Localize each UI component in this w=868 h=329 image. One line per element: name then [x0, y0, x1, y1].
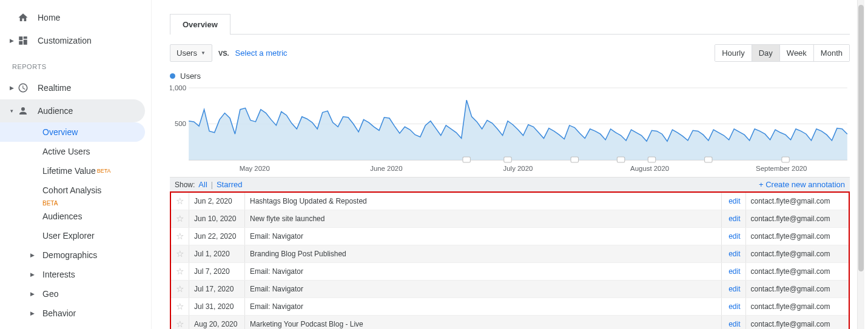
svg-rect-13 — [617, 157, 624, 162]
person-icon — [17, 105, 29, 117]
scrollbar-thumb[interactable] — [858, 5, 864, 271]
sidebar-item-audience[interactable]: ▾ Audience — [0, 99, 145, 122]
star-icon[interactable]: ☆ — [176, 231, 184, 241]
sidebar: Home ▶ Customization REPORTS ▶ Realtime … — [0, 0, 152, 329]
svg-text:August 2020: August 2020 — [630, 165, 669, 172]
annotation-row: ☆Jun 22, 2020Email: Navigatoreditcontact… — [171, 228, 849, 245]
sidebar-subitem-label: Audiences — [42, 211, 82, 221]
annotation-date: Jun 2, 2020 — [189, 193, 245, 210]
sidebar-subitem[interactable]: User Explorer — [42, 226, 151, 245]
series-name: Users — [180, 71, 201, 81]
annotation-author: contact.flyte@gmail.com — [745, 228, 849, 245]
tab-overview[interactable]: Overview — [170, 14, 230, 35]
sidebar-item-label: Customization — [38, 36, 92, 45]
granularity-hourly[interactable]: Hourly — [715, 45, 752, 61]
annotation-date: Jul 7, 2020 — [189, 263, 245, 281]
dashboard-icon — [17, 35, 29, 47]
granularity-month[interactable]: Month — [814, 45, 849, 61]
sidebar-item-label: Home — [38, 13, 60, 22]
vertical-scrollbar[interactable] — [857, 0, 864, 329]
annotation-text: Marketing Your Podcast Blog - Live — [245, 316, 722, 330]
star-icon[interactable]: ☆ — [176, 248, 184, 259]
sidebar-item-realtime[interactable]: ▶ Realtime — [0, 76, 151, 99]
annotation-row: ☆Jun 10, 2020New flyte site launchededit… — [171, 210, 849, 228]
star-icon[interactable]: ☆ — [176, 284, 184, 294]
sidebar-subitem[interactable]: ▶Technology — [42, 323, 151, 329]
sidebar-subitem-label: Cohort Analysis — [42, 185, 101, 195]
home-icon — [17, 12, 29, 24]
svg-rect-10 — [463, 157, 470, 162]
edit-link[interactable]: edit — [728, 197, 740, 205]
sidebar-subitem[interactable]: ▶Geo — [42, 284, 151, 304]
sidebar-subitem[interactable]: Audiences — [42, 207, 151, 226]
caret-right-icon: ▶ — [30, 271, 39, 277]
edit-link[interactable]: edit — [728, 250, 740, 258]
svg-rect-11 — [504, 157, 511, 162]
sidebar-subitem-label: Lifetime Value — [42, 166, 96, 176]
edit-link[interactable]: edit — [728, 285, 740, 293]
sidebar-subitem[interactable]: ▶Demographics — [42, 245, 151, 265]
chart: 5001,000May 2020June 2020July 2020August… — [170, 83, 850, 177]
annotation-text: Email: Navigator — [245, 228, 722, 245]
svg-text:July 2020: July 2020 — [503, 165, 533, 172]
sidebar-item-home[interactable]: Home — [0, 6, 151, 29]
annotation-date: Jun 22, 2020 — [189, 228, 245, 245]
sidebar-item-label: Realtime — [38, 83, 71, 93]
reports-section-label: REPORTS — [0, 52, 151, 76]
granularity-week[interactable]: Week — [780, 45, 814, 61]
svg-text:September 2020: September 2020 — [756, 165, 807, 172]
select-metric-link[interactable]: Select a metric — [235, 48, 288, 58]
annotation-date: Jul 31, 2020 — [189, 298, 245, 316]
beta-badge: BETA — [97, 168, 111, 174]
annotation-date: Jun 10, 2020 — [189, 210, 245, 228]
star-icon[interactable]: ☆ — [176, 301, 184, 311]
star-icon[interactable]: ☆ — [176, 319, 184, 329]
main-content: Overview Users ▼ VS. Select a metric Hou… — [152, 0, 868, 329]
edit-link[interactable]: edit — [728, 267, 740, 276]
edit-link[interactable]: edit — [728, 214, 740, 223]
divider: | — [211, 181, 213, 189]
star-icon[interactable]: ☆ — [176, 266, 184, 276]
sidebar-subitem-label: Behavior — [42, 308, 76, 318]
annotation-date: Aug 20, 2020 — [189, 316, 245, 330]
sidebar-subitem[interactable]: Active Users — [42, 142, 151, 161]
sidebar-subitem-label: Geo — [42, 289, 58, 299]
sidebar-subitem[interactable]: Cohort Analysis — [42, 181, 151, 200]
audience-subnav: OverviewActive UsersLifetime ValueBETACo… — [0, 122, 151, 329]
star-icon[interactable]: ☆ — [176, 213, 184, 224]
annotation-author: contact.flyte@gmail.com — [745, 245, 849, 263]
caret-right-icon: ▶ — [8, 85, 15, 91]
sidebar-subitem[interactable]: Overview — [0, 122, 145, 142]
primary-metric-dropdown[interactable]: Users ▼ — [170, 44, 212, 62]
sidebar-subitem-label: Active Users — [42, 147, 90, 156]
svg-text:June 2020: June 2020 — [370, 165, 402, 172]
sidebar-subitem[interactable]: Lifetime ValueBETA — [42, 161, 151, 181]
create-annotation-link[interactable]: + Create new annotation — [759, 180, 845, 189]
sidebar-subitem-label: User Explorer — [42, 231, 95, 241]
annotation-row: ☆Jul 17, 2020Email: Navigatoreditcontact… — [171, 281, 849, 298]
sidebar-subitem[interactable]: ▶Interests — [42, 265, 151, 284]
annotation-row: ☆Jul 7, 2020Email: Navigatoreditcontact.… — [171, 263, 849, 281]
sidebar-item-customization[interactable]: ▶ Customization — [0, 29, 151, 52]
annotation-row: ☆Jun 2, 2020Hashtags Blog Updated & Repo… — [171, 193, 849, 210]
clock-icon — [17, 82, 29, 94]
annotation-text: Email: Navigator — [245, 298, 722, 316]
star-icon[interactable]: ☆ — [176, 196, 184, 206]
show-starred-link[interactable]: Starred — [217, 180, 243, 189]
annotation-author: contact.flyte@gmail.com — [745, 210, 849, 228]
sidebar-subitem[interactable]: ▶Behavior — [42, 304, 151, 323]
edit-link[interactable]: edit — [728, 302, 740, 311]
sidebar-subitem-label: Overview — [42, 127, 78, 137]
beta-badge: BETA — [42, 200, 151, 207]
edit-link[interactable]: edit — [728, 320, 740, 328]
granularity-day[interactable]: Day — [752, 45, 780, 61]
svg-text:500: 500 — [175, 121, 186, 128]
annotations-header: Show: All | Starred + Create new annotat… — [170, 177, 850, 191]
series-color-dot — [170, 73, 175, 79]
edit-link[interactable]: edit — [728, 232, 740, 241]
annotation-text: Hashtags Blog Updated & Reposted — [245, 193, 722, 210]
sidebar-subitem-label: Demographics — [42, 250, 97, 260]
caret-down-icon: ▾ — [8, 108, 15, 114]
show-all-link[interactable]: All — [198, 180, 207, 189]
series-legend: Users — [170, 71, 850, 81]
